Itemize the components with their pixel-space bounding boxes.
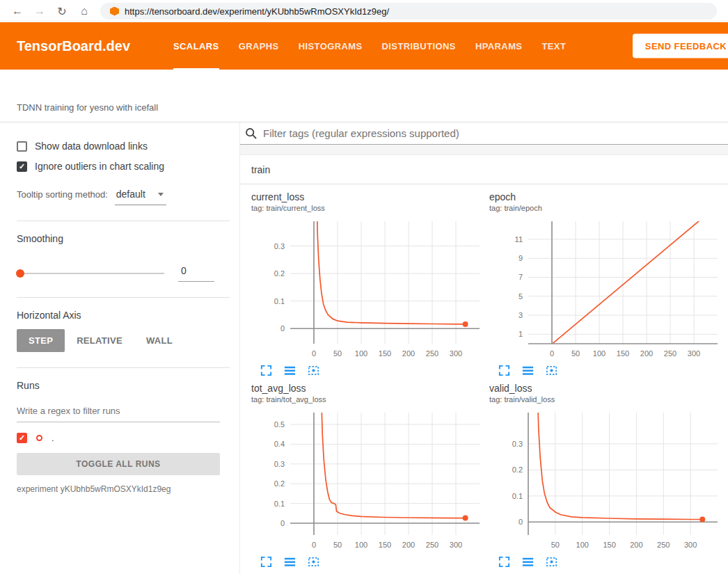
show-download-links-checkbox[interactable] <box>17 141 27 152</box>
chart-title: tot_avg_loss <box>251 383 489 394</box>
svg-text:300: 300 <box>450 349 462 358</box>
tab-histograms[interactable]: HISTOGRAMS <box>299 22 363 70</box>
svg-text:7: 7 <box>519 273 523 281</box>
svg-text:150: 150 <box>379 541 391 549</box>
ignore-outliers-row[interactable]: Ignore outliers in chart scaling <box>17 161 230 172</box>
chart-options-icon[interactable] <box>521 364 535 377</box>
tab-text[interactable]: TEXT <box>541 22 566 70</box>
chart-canvas[interactable]: 00.10.20.3050100150200250300 <box>251 216 488 362</box>
axis-relative-button[interactable]: RELATIVE <box>65 329 134 352</box>
smoothing-slider-row: 0 <box>17 265 230 282</box>
chart-tag: tag: train/tot_avg_loss <box>251 395 489 404</box>
refresh-icon[interactable]: ↻ <box>52 2 72 20</box>
smoothing-slider-thumb[interactable] <box>16 269 24 278</box>
expand-chart-icon[interactable] <box>260 364 273 377</box>
chart-title: epoch <box>489 191 727 202</box>
svg-text:100: 100 <box>576 541 589 549</box>
divider <box>17 367 230 368</box>
svg-text:1: 1 <box>519 330 523 338</box>
chart-canvas[interactable]: 00.10.20.30.40.5050100150200250300 <box>251 407 488 553</box>
svg-text:200: 200 <box>402 349 415 358</box>
svg-text:250: 250 <box>426 541 438 549</box>
axis-wall-button[interactable]: WALL <box>134 329 184 352</box>
chart-toolbar <box>260 364 489 377</box>
svg-text:50: 50 <box>333 349 342 358</box>
chart-tag: tag: train/epoch <box>489 204 727 212</box>
svg-text:300: 300 <box>450 541 462 549</box>
tab-scalars[interactable]: SCALARS <box>173 22 219 70</box>
send-feedback-button[interactable]: SEND FEEDBACK <box>633 34 728 58</box>
smoothing-slider[interactable] <box>17 273 164 274</box>
svg-text:0: 0 <box>312 541 316 549</box>
svg-text:50: 50 <box>333 541 342 549</box>
run-row[interactable]: . <box>17 433 230 443</box>
svg-text:3: 3 <box>519 311 523 319</box>
app-header: TensorBoard.dev SCALARS GRAPHS HISTOGRAM… <box>0 22 728 70</box>
tooltip-sorting-select[interactable]: default <box>115 189 166 205</box>
fit-domain-icon[interactable] <box>307 555 320 568</box>
runs-filter-input[interactable] <box>17 401 220 422</box>
brand-logo: TensorBoard.dev <box>17 38 130 54</box>
horizontal-axis-buttons: STEP RELATIVE WALL <box>17 329 230 352</box>
chart-tot-avg-loss: tot_avg_loss tag: train/tot_avg_loss 00.… <box>251 383 489 568</box>
content: Show data download links Ignore outliers… <box>0 122 728 574</box>
expand-chart-icon[interactable] <box>260 555 273 568</box>
svg-text:200: 200 <box>402 541 415 549</box>
url-bar[interactable]: https://tensorboard.dev/experiment/yKUbh… <box>100 3 717 19</box>
smoothing-value-field[interactable]: 0 <box>178 265 214 282</box>
svg-text:0.1: 0.1 <box>274 297 285 305</box>
svg-text:0.4: 0.4 <box>274 440 285 448</box>
fit-domain-icon[interactable] <box>307 364 320 377</box>
svg-text:9: 9 <box>519 254 523 262</box>
chart-toolbar <box>498 555 727 568</box>
ignore-outliers-checkbox[interactable] <box>17 161 27 172</box>
expand-chart-icon[interactable] <box>498 364 511 377</box>
svg-text:150: 150 <box>379 349 391 358</box>
svg-text:100: 100 <box>593 349 606 358</box>
divider <box>17 221 230 221</box>
chart-current-loss: current_loss tag: train/current_loss 00.… <box>251 191 489 377</box>
svg-text:200: 200 <box>640 349 653 358</box>
run-color-circle-icon[interactable] <box>36 435 42 441</box>
chart-canvas[interactable]: 00.10.20.350100150200250300 <box>489 407 726 553</box>
experiment-description-row: TDNN training for yesno with icefall <box>0 70 728 122</box>
svg-text:11: 11 <box>515 235 523 244</box>
chart-options-icon[interactable] <box>283 364 296 377</box>
chart-epoch: epoch tag: train/epoch 13579110501001502… <box>489 191 727 377</box>
toggle-all-runs-button[interactable]: TOGGLE ALL RUNS <box>17 453 220 475</box>
svg-text:0: 0 <box>312 349 316 358</box>
chart-options-icon[interactable] <box>283 555 296 568</box>
svg-text:0.2: 0.2 <box>274 479 285 488</box>
tab-graphs[interactable]: GRAPHS <box>239 22 279 70</box>
chart-tag: tag: train/current_loss <box>251 204 489 212</box>
tooltip-sorting-label: Tooltip sorting method: <box>17 189 108 200</box>
show-download-links-label: Show data download links <box>35 141 148 152</box>
svg-text:0.2: 0.2 <box>512 465 523 474</box>
tab-distributions[interactable]: DISTRIBUTIONS <box>382 22 456 70</box>
group-header-train[interactable]: train <box>240 155 728 184</box>
svg-text:0: 0 <box>280 324 285 333</box>
tab-hparams[interactable]: HPARAMS <box>475 22 523 70</box>
expand-chart-icon[interactable] <box>498 555 511 568</box>
chart-canvas[interactable]: 1357911050100150200250300 <box>489 216 726 362</box>
run-checkbox[interactable] <box>17 433 27 443</box>
home-icon[interactable]: ⌂ <box>74 2 95 20</box>
fit-domain-icon[interactable] <box>545 555 558 568</box>
chart-valid-loss: valid_loss tag: train/valid_loss 00.10.2… <box>489 383 727 568</box>
svg-text:0.3: 0.3 <box>274 242 285 250</box>
axis-step-button[interactable]: STEP <box>17 329 65 352</box>
main-panel: train current_loss tag: train/current_lo… <box>240 122 728 574</box>
show-download-links-row[interactable]: Show data download links <box>17 141 230 152</box>
svg-text:250: 250 <box>664 349 676 358</box>
fit-domain-icon[interactable] <box>545 364 558 377</box>
chart-options-icon[interactable] <box>521 555 535 568</box>
train-group-card: train current_loss tag: train/current_lo… <box>240 155 728 574</box>
svg-text:0.3: 0.3 <box>512 440 523 448</box>
tag-filter-input[interactable] <box>263 127 728 139</box>
svg-text:0.5: 0.5 <box>274 420 285 429</box>
settings-sidebar: Show data download links Ignore outliers… <box>0 122 240 574</box>
runs-label: Runs <box>17 380 230 391</box>
back-icon[interactable]: ← <box>7 2 28 20</box>
browser-bar: ← → ↻ ⌂ https://tensorboard.dev/experime… <box>0 0 728 22</box>
ignore-outliers-label: Ignore outliers in chart scaling <box>35 161 164 172</box>
